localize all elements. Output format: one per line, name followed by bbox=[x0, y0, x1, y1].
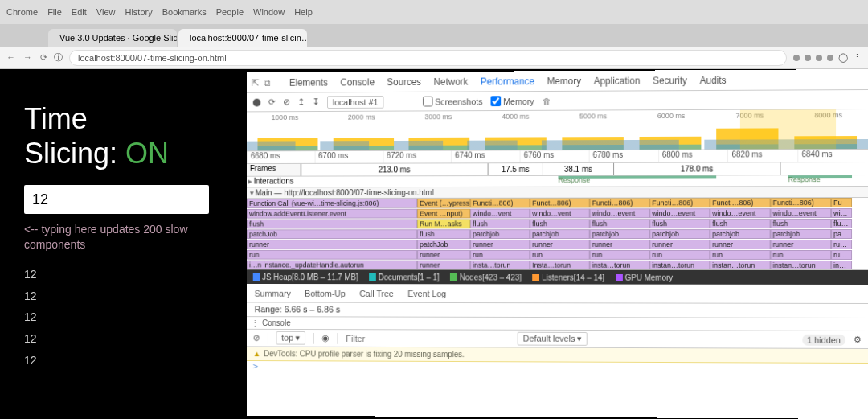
frame-seg[interactable]: 178.0 ms bbox=[613, 162, 780, 175]
flame-seg[interactable]: Event (…ypress) bbox=[417, 199, 470, 208]
clear-console-icon[interactable]: ⊘ bbox=[253, 333, 260, 343]
back-icon[interactable]: ← bbox=[6, 52, 15, 63]
flame-seg[interactable]: windo…event bbox=[649, 208, 710, 218]
flame-seg[interactable]: Functi…806) bbox=[771, 198, 832, 207]
expand-icon[interactable]: ▸ bbox=[247, 177, 254, 187]
tab-console[interactable]: Console bbox=[340, 76, 375, 88]
flame-seg[interactable]: flush bbox=[710, 219, 770, 228]
flame-seg[interactable]: windo…vent bbox=[470, 208, 530, 218]
inspect-icon[interactable]: ⇱ bbox=[252, 77, 260, 88]
frames-track[interactable]: Frames 213.0 ms 17.5 ms 38.1 ms 178.0 ms bbox=[247, 162, 868, 177]
ext-icon[interactable] bbox=[827, 55, 833, 61]
tab-sources[interactable]: Sources bbox=[387, 76, 421, 88]
flame-seg[interactable]: patchjob bbox=[590, 229, 650, 239]
flame-seg[interactable]: Functi…806) bbox=[470, 199, 530, 208]
menu-item[interactable]: Window bbox=[253, 7, 285, 17]
browser-tab-active[interactable]: localhost:8000/07-time-slicin…× bbox=[178, 29, 307, 47]
avatar-icon[interactable]: ◯ bbox=[838, 52, 848, 63]
save-icon[interactable]: ↧ bbox=[313, 97, 320, 107]
flame-seg[interactable]: Insta…torun bbox=[530, 261, 589, 270]
mem-docs[interactable]: Documents[1 – 1] bbox=[369, 273, 440, 281]
flame-seg[interactable]: flush bbox=[470, 219, 530, 228]
demo-input[interactable] bbox=[24, 185, 209, 214]
flame-seg[interactable]: patchjob bbox=[771, 229, 832, 239]
flame-seg[interactable]: flush bbox=[649, 219, 710, 228]
flame-seg[interactable]: flush bbox=[590, 219, 650, 228]
frame-selector[interactable]: localhost #1 bbox=[327, 95, 383, 108]
flame-seg[interactable]: runner bbox=[710, 240, 770, 249]
tab-audits[interactable]: Audits bbox=[700, 74, 727, 85]
reload-record-icon[interactable]: ⟳ bbox=[268, 97, 276, 108]
menu-item[interactable]: Edit bbox=[72, 7, 87, 17]
flame-seg[interactable]: window.addEventListener.event bbox=[247, 209, 417, 219]
url-input[interactable]: localhost:8000/07-time-slicing-on.html bbox=[69, 50, 787, 66]
frame-seg[interactable]: 213.0 ms bbox=[301, 163, 487, 175]
flame-seg[interactable]: patchJob bbox=[417, 240, 470, 249]
context-selector[interactable]: top ▾ bbox=[276, 331, 306, 345]
flame-seg[interactable]: Run M…asks bbox=[417, 219, 470, 228]
record-icon[interactable] bbox=[253, 98, 261, 106]
selection-region[interactable] bbox=[740, 109, 836, 149]
frame-seg[interactable]: 17.5 ms bbox=[488, 163, 542, 175]
flame-seg[interactable]: patchjob bbox=[530, 229, 589, 239]
flame-seg[interactable]: Functi…806) bbox=[649, 198, 710, 207]
reload-icon[interactable]: ⟳ bbox=[40, 52, 47, 63]
tab-elements[interactable]: Elements bbox=[289, 76, 328, 88]
gear-icon[interactable]: ⚙ bbox=[854, 335, 862, 345]
hidden-count[interactable]: 1 hidden bbox=[802, 334, 845, 345]
mem-heap[interactable]: JS Heap[8.0 MB – 11.7 MB] bbox=[253, 273, 358, 281]
gc-icon[interactable]: 🗑 bbox=[542, 96, 551, 105]
menu-item[interactable]: History bbox=[125, 7, 152, 17]
menu-item[interactable]: People bbox=[216, 7, 244, 17]
flame-seg[interactable]: run bbox=[649, 250, 710, 260]
flame-seg[interactable]: Functi…806) bbox=[590, 198, 650, 207]
site-info-icon[interactable]: ⓘ bbox=[54, 51, 63, 64]
flame-seg[interactable]: patchjob bbox=[649, 229, 710, 239]
mem-nodes[interactable]: Nodes[423 – 423] bbox=[450, 273, 522, 281]
ext-icon[interactable] bbox=[805, 55, 811, 61]
memory-checkbox[interactable]: Memory bbox=[490, 96, 534, 106]
load-icon[interactable]: ↥ bbox=[297, 97, 305, 107]
levels-selector[interactable]: Default levels ▾ bbox=[518, 332, 588, 346]
flame-seg[interactable]: Functi…806) bbox=[710, 198, 770, 207]
tab-network[interactable]: Network bbox=[434, 76, 469, 87]
menu-item[interactable]: File bbox=[47, 7, 62, 17]
flame-seg[interactable]: patchJob bbox=[247, 229, 417, 239]
main-track-header[interactable]: ▾ Main — http://localhost:8000/07-time-s… bbox=[247, 187, 868, 199]
flame-seg[interactable]: runner bbox=[530, 240, 589, 249]
flame-seg[interactable]: run bbox=[247, 250, 417, 260]
flame-seg[interactable]: run bbox=[590, 250, 650, 260]
flame-seg[interactable]: pa… bbox=[831, 229, 852, 239]
tab-summary[interactable]: Summary bbox=[255, 288, 291, 298]
flame-seg[interactable]: instan…torun bbox=[649, 261, 710, 270]
interactions-track[interactable]: ▸ Interactions Response Response bbox=[247, 175, 868, 187]
flame-seg[interactable]: ru… bbox=[831, 250, 852, 260]
flame-seg[interactable]: windo…event bbox=[771, 208, 832, 218]
ext-icon[interactable] bbox=[793, 55, 800, 61]
flame-seg[interactable]: Fu bbox=[831, 198, 852, 207]
flame-seg[interactable]: Funct…806) bbox=[530, 199, 589, 208]
flame-seg[interactable]: runner bbox=[649, 240, 710, 249]
menu-item[interactable]: View bbox=[96, 7, 116, 17]
flame-seg[interactable]: runner bbox=[417, 261, 470, 270]
flame-seg[interactable]: instan…torun bbox=[710, 261, 770, 270]
tab-memory[interactable]: Memory bbox=[547, 75, 581, 86]
flame-seg[interactable]: runner bbox=[590, 240, 650, 249]
flame-seg[interactable]: i…n instance._updateHandle.autorun bbox=[247, 261, 417, 270]
flame-seg[interactable]: patchjob bbox=[710, 229, 770, 239]
flame-seg[interactable]: Event …nput) bbox=[417, 209, 470, 219]
flame-seg[interactable]: windo…event bbox=[710, 208, 770, 218]
menu-item[interactable]: Chrome bbox=[6, 7, 38, 17]
flame-seg[interactable]: insta…torun bbox=[470, 261, 530, 270]
menu-item[interactable]: Bookmarks bbox=[162, 7, 207, 17]
flame-seg[interactable]: flu… bbox=[831, 219, 852, 228]
overview-timeline[interactable]: 1000 ms 2000 ms 3000 ms 4000 ms 5000 ms … bbox=[247, 109, 868, 151]
menu-item[interactable]: Help bbox=[294, 7, 313, 17]
flame-seg[interactable]: run bbox=[470, 250, 530, 260]
flame-seg[interactable]: runner bbox=[771, 240, 832, 249]
tab-performance[interactable]: Performance bbox=[481, 76, 534, 87]
flame-seg[interactable]: patchjob bbox=[470, 229, 530, 239]
flame-seg[interactable]: insta…torun bbox=[590, 261, 650, 270]
flame-seg[interactable]: flush bbox=[530, 219, 589, 228]
clear-icon[interactable]: ⊘ bbox=[283, 97, 290, 108]
